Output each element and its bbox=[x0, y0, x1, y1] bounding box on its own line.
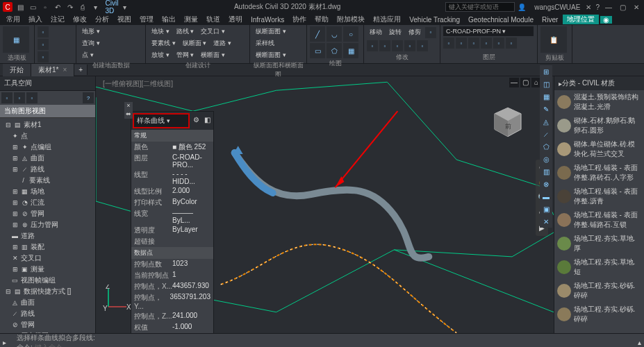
rb-inquiry[interactable]: 查询 ▾ bbox=[79, 38, 103, 49]
menu-item[interactable]: 管理 bbox=[136, 15, 157, 24]
ts-tool-icon[interactable]: ▣ bbox=[540, 203, 552, 215]
rb-layer-combo[interactable]: C-ROAD-PROF-PN ▾ bbox=[443, 26, 534, 36]
menu-item[interactable]: 附加模块 bbox=[333, 15, 368, 24]
ts-tool-icon[interactable]: ⊗ bbox=[540, 178, 552, 190]
help-icon[interactable]: ? bbox=[595, 3, 600, 11]
tree-item[interactable]: ⊞◬曲面 bbox=[1, 153, 94, 164]
menu-item[interactable]: Geotechnical Module bbox=[465, 16, 537, 24]
menu-geolocation[interactable]: 地理位置 bbox=[563, 15, 599, 24]
menu-item[interactable]: 插入 bbox=[25, 15, 46, 24]
rb-layer-icon[interactable]: ▫ bbox=[456, 37, 467, 49]
qat-more-icon[interactable]: ▾ bbox=[90, 2, 100, 12]
undo-icon[interactable]: ↶ bbox=[53, 2, 63, 12]
menu-item[interactable]: 透明 bbox=[225, 15, 246, 24]
ts-icon[interactable]: ▫ bbox=[1, 92, 13, 103]
menu-item[interactable]: 协作 bbox=[289, 15, 310, 24]
rb-icon[interactable]: ▫ bbox=[38, 39, 49, 50]
rb-points[interactable]: 点 ▾ bbox=[79, 50, 97, 60]
app-menu-icon[interactable]: C bbox=[3, 2, 13, 12]
tab-new[interactable]: + bbox=[74, 65, 88, 75]
help-search-input[interactable] bbox=[445, 2, 515, 12]
rb-section[interactable]: 横断面 ▾ bbox=[198, 50, 228, 60]
material-item[interactable]: 场地工程.夯实.砂砾.碎碎 bbox=[554, 279, 644, 303]
menu-item[interactable]: 帮助 bbox=[311, 15, 332, 24]
product-dropdown-icon[interactable]: ▾ bbox=[119, 2, 129, 12]
command-line[interactable]: ▸ 选择样条曲线拟合多段线: 命令: 键入命令 ▴ bbox=[0, 333, 644, 347]
menu-item[interactable]: 常用 bbox=[3, 15, 24, 24]
tree-item[interactable]: ✕交叉口 bbox=[1, 253, 94, 264]
prop-row[interactable]: 控制点数1023 bbox=[131, 259, 213, 270]
tree-item[interactable]: ⊞⟋路线 bbox=[1, 164, 94, 175]
properties-palette[interactable]: × ⬌ 样条曲线 ▾ ⚙ ◧ 常规 颜色■ 颜色 252图层C-ROAD-PRO… bbox=[131, 111, 214, 333]
rb-icon[interactable]: ▫ bbox=[404, 40, 415, 51]
tree-item[interactable]: ⊞▣测量 bbox=[1, 264, 94, 275]
menu-focus-icon[interactable]: ◉ bbox=[600, 16, 612, 24]
rb-layer-icon[interactable]: ▫ bbox=[481, 37, 492, 49]
tree-item[interactable]: ▭视图帧编组 bbox=[1, 275, 94, 286]
prop-row[interactable]: 控制点，Y...3653791.203 bbox=[131, 292, 213, 311]
viewport-label[interactable]: [一维俯视图][二维线图] bbox=[103, 79, 173, 89]
rb-icon[interactable]: ▫ bbox=[38, 51, 49, 62]
material-item[interactable]: 砌体.单位砌体.砖.模块化.荷兰式交叉 bbox=[554, 137, 644, 161]
tree-root[interactable]: ⊟▤素材1 bbox=[1, 119, 94, 130]
toolspace-button[interactable]: ▦ bbox=[3, 26, 29, 53]
rb-layer-icon[interactable]: ▫ bbox=[493, 37, 504, 49]
rb-paste[interactable]: 📋 bbox=[540, 26, 567, 53]
rb-layer-icon[interactable]: ▫ bbox=[443, 37, 454, 49]
material-item[interactable]: 场地工程.铺装 - 表面停整.沥青 bbox=[554, 185, 644, 208]
material-item[interactable]: 场地工程.夯实.草地.厚 bbox=[554, 232, 644, 255]
vp-max-icon[interactable]: ▢ bbox=[520, 78, 530, 87]
plot-icon[interactable]: ⎙ bbox=[78, 2, 88, 12]
material-item[interactable]: 场地工程.铺装 - 表面停整.铺路石.互锁 bbox=[554, 208, 644, 232]
rb-alignment[interactable]: 路线 ▾ bbox=[174, 26, 197, 37]
cmd-text[interactable]: 选择样条曲线拟合多段线: 命令: 键入命令 bbox=[13, 332, 638, 348]
ts-tool-icon[interactable]: ✎ bbox=[540, 103, 552, 115]
rb-profile[interactable]: 纵断面 ▾ bbox=[180, 38, 210, 49]
rb-poly-icon[interactable]: ⬠ bbox=[327, 43, 342, 58]
rb-icon[interactable]: ▫ bbox=[392, 40, 403, 51]
props-category[interactable]: 常规 bbox=[131, 130, 213, 142]
rb-grading[interactable]: 放坡 ▾ bbox=[149, 50, 172, 60]
material-item[interactable]: 场地工程.夯实.草地.短 bbox=[554, 255, 644, 279]
rb-hatch-icon[interactable]: ▦ bbox=[343, 43, 358, 58]
save-icon[interactable]: ▫ bbox=[40, 2, 50, 12]
menu-item[interactable]: 轨道 bbox=[203, 15, 224, 24]
rb-arc-icon[interactable]: ◡ bbox=[327, 26, 342, 42]
minimize-button[interactable]: — bbox=[604, 3, 613, 11]
rb-sect-view[interactable]: 横断面图 ▾ bbox=[253, 50, 289, 60]
tree-item[interactable]: /要素线 bbox=[1, 175, 94, 186]
prop-row[interactable]: 透明度ByLayer bbox=[131, 225, 213, 236]
tab-close-icon[interactable]: × bbox=[63, 66, 67, 74]
rb-trim[interactable]: 修剪 bbox=[406, 27, 424, 37]
new-icon[interactable]: ▤ bbox=[15, 2, 25, 12]
ts-tool-icon[interactable]: ⬠ bbox=[540, 140, 552, 153]
rb-rect-icon[interactable]: ▭ bbox=[310, 43, 325, 58]
tree-item[interactable]: ⟋路线 bbox=[1, 308, 94, 319]
menu-item[interactable]: 注记 bbox=[47, 15, 68, 24]
rb-sample[interactable]: 采样线 bbox=[253, 38, 277, 49]
menu-item[interactable]: 输出 bbox=[158, 15, 179, 24]
material-item[interactable]: 砌体.石材.鹅卵石.鹅卵石.圆形 bbox=[554, 114, 644, 137]
ts-tool-icon[interactable]: ▥ bbox=[540, 165, 552, 178]
rb-rotate[interactable]: 旋转 bbox=[386, 27, 404, 37]
palette-pin-icon[interactable]: ⬌ bbox=[124, 110, 133, 119]
prop-row[interactable]: 图层C-ROAD-PRO... bbox=[131, 153, 213, 169]
tab-drawing[interactable]: 素材1*× bbox=[31, 64, 74, 76]
menu-item[interactable]: 测量 bbox=[181, 15, 201, 24]
ts-tool-icon[interactable]: ▬ bbox=[540, 190, 552, 203]
menu-item[interactable]: Vehicle Tracking bbox=[406, 16, 463, 24]
ts-tool-icon[interactable]: ▦ bbox=[540, 90, 552, 103]
rb-move[interactable]: 移动 bbox=[367, 27, 385, 37]
rb-parcel[interactable]: 地块 ▾ bbox=[149, 26, 172, 37]
rb-prof-view[interactable]: 纵断面图 ▾ bbox=[253, 26, 289, 37]
tree-item[interactable]: ▬道路 bbox=[1, 230, 94, 242]
redo-icon[interactable]: ↷ bbox=[65, 2, 75, 12]
tree-item[interactable]: ◬曲面 bbox=[1, 297, 94, 308]
user-name[interactable]: wangsCWUAE bbox=[534, 3, 580, 11]
close-button[interactable]: ✕ bbox=[631, 3, 641, 11]
tab-start[interactable]: 开始 bbox=[3, 64, 31, 76]
tree-item[interactable]: ⊘管网 bbox=[1, 319, 94, 330]
tree-item[interactable]: ⊞⊗压力管网 bbox=[1, 219, 94, 230]
toolspace-section[interactable]: 当前图形视图 bbox=[0, 105, 95, 118]
prop-row[interactable]: 超链接 bbox=[131, 236, 213, 247]
